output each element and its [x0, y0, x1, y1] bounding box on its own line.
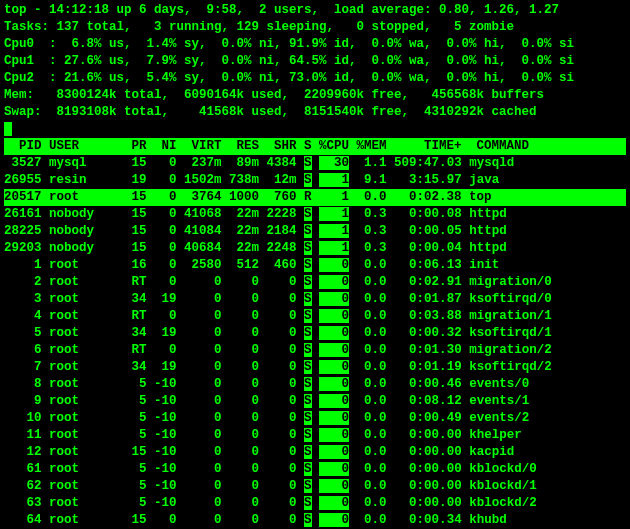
process-row[interactable]: 8 root 5 -10 0 0 0 S 0 0.0 0:00.46 event… [4, 376, 626, 393]
process-row[interactable]: 26161 nobody 15 0 41068 22m 2228 S 1 0.3… [4, 206, 626, 223]
terminal-top-output[interactable]: top - 14:12:18 up 6 days, 9:58, 2 users,… [0, 0, 630, 529]
prompt-cursor[interactable] [4, 121, 626, 138]
process-row[interactable]: 61 root 5 -10 0 0 0 S 0 0.0 0:00.00 kblo… [4, 461, 626, 478]
summary-cpu0: Cpu0 : 6.8% us, 1.4% sy, 0.0% ni, 91.9% … [4, 36, 626, 53]
summary-tasks: Tasks: 137 total, 3 running, 129 sleepin… [4, 19, 626, 36]
process-row[interactable]: 62 root 5 -10 0 0 0 S 0 0.0 0:00.00 kblo… [4, 478, 626, 495]
summary-swap: Swap: 8193108k total, 41568k used, 81515… [4, 104, 626, 121]
process-row[interactable]: 1 root 16 0 2580 512 460 S 0 0.0 0:06.13… [4, 257, 626, 274]
process-row[interactable]: 6 root RT 0 0 0 0 S 0 0.0 0:01.30 migrat… [4, 342, 626, 359]
process-row[interactable]: 5 root 34 19 0 0 0 S 0 0.0 0:00.32 ksoft… [4, 325, 626, 342]
process-row[interactable]: 4 root RT 0 0 0 0 S 0 0.0 0:03.88 migrat… [4, 308, 626, 325]
process-row[interactable]: 29203 nobody 15 0 40684 22m 2248 S 1 0.3… [4, 240, 626, 257]
process-row[interactable]: 11 root 5 -10 0 0 0 S 0 0.0 0:00.00 khel… [4, 427, 626, 444]
process-row[interactable]: 64 root 15 0 0 0 0 S 0 0.0 0:00.34 khubd [4, 512, 626, 529]
process-row[interactable]: 26955 resin 19 0 1502m 738m 12m S 1 9.1 … [4, 172, 626, 189]
process-row[interactable]: 28225 nobody 15 0 41084 22m 2184 S 1 0.3… [4, 223, 626, 240]
process-row[interactable]: 63 root 5 -10 0 0 0 S 0 0.0 0:00.00 kblo… [4, 495, 626, 512]
summary-cpu1: Cpu1 : 27.6% us, 7.9% sy, 0.0% ni, 64.5%… [4, 53, 626, 70]
summary-mem: Mem: 8300124k total, 6090164k used, 2209… [4, 87, 626, 104]
process-table-body[interactable]: 3527 mysql 15 0 237m 89m 4384 S 30 1.1 5… [4, 155, 626, 529]
summary-cpu2: Cpu2 : 21.6% us, 5.4% sy, 0.0% ni, 73.0%… [4, 70, 626, 87]
process-row[interactable]: 3 root 34 19 0 0 0 S 0 0.0 0:01.87 ksoft… [4, 291, 626, 308]
process-row[interactable]: 3527 mysql 15 0 237m 89m 4384 S 30 1.1 5… [4, 155, 626, 172]
process-row[interactable]: 12 root 15 -10 0 0 0 S 0 0.0 0:00.00 kac… [4, 444, 626, 461]
process-row[interactable]: 9 root 5 -10 0 0 0 S 0 0.0 0:08.12 event… [4, 393, 626, 410]
summary-uptime: top - 14:12:18 up 6 days, 9:58, 2 users,… [4, 2, 626, 19]
process-row[interactable]: 20517 root 15 0 3764 1000 760 R 1 0.0 0:… [4, 189, 626, 206]
process-table-header[interactable]: PID USER PR NI VIRT RES SHR S %CPU %MEM … [4, 138, 626, 155]
process-row[interactable]: 10 root 5 -10 0 0 0 S 0 0.0 0:00.49 even… [4, 410, 626, 427]
process-row[interactable]: 7 root 34 19 0 0 0 S 0 0.0 0:01.19 ksoft… [4, 359, 626, 376]
process-row[interactable]: 2 root RT 0 0 0 0 S 0 0.0 0:02.91 migrat… [4, 274, 626, 291]
